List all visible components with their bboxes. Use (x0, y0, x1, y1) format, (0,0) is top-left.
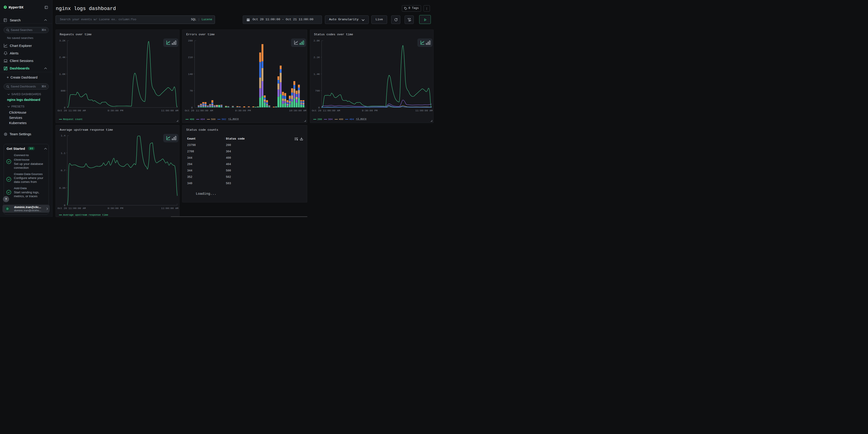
svg-text:1.4K: 1.4K (314, 73, 320, 75)
svg-text:0.35: 0.35 (59, 186, 66, 189)
svg-text:800: 800 (61, 89, 66, 92)
svg-text:9:30:00 PM: 9:30:00 PM (107, 109, 123, 112)
svg-text:Oct 20 11:00:00 AM: Oct 20 11:00:00 AM (58, 207, 86, 210)
svg-text:Oct 20 11:00:00 AM: Oct 20 11:00:00 AM (312, 109, 340, 112)
svg-text:0: 0 (191, 106, 193, 109)
svg-text:9:30:00 PM: 9:30:00 PM (235, 109, 251, 112)
svg-text:0: 0 (64, 106, 66, 109)
svg-text:11:00:00 AM: 11:00:00 AM (415, 109, 433, 112)
svg-text:280: 280 (188, 39, 193, 42)
svg-text:70: 70 (190, 89, 193, 92)
svg-text:9:30:00 PM: 9:30:00 PM (362, 109, 377, 112)
svg-text:2.8K: 2.8K (314, 39, 320, 42)
svg-text:2.1K: 2.1K (314, 56, 320, 59)
svg-text:1.4: 1.4 (61, 134, 66, 137)
svg-text:10:30:00 AM: 10:30:00 AM (289, 109, 307, 112)
svg-text:0: 0 (64, 204, 66, 207)
svg-text:11:00:00 AM: 11:00:00 AM (161, 207, 179, 210)
svg-text:210: 210 (188, 56, 193, 59)
svg-text:Oct 20 11:00:00 AM: Oct 20 11:00:00 AM (185, 109, 213, 112)
svg-text:2.4K: 2.4K (59, 56, 66, 59)
svg-text:11:00:00 AM: 11:00:00 AM (161, 109, 179, 112)
svg-text:700: 700 (315, 89, 320, 92)
svg-text:Oct 20 11:00:00 AM: Oct 20 11:00:00 AM (58, 109, 86, 112)
svg-text:9:30:00 PM: 9:30:00 PM (107, 207, 123, 210)
svg-text:140: 140 (188, 73, 193, 75)
svg-text:1.6K: 1.6K (59, 73, 66, 75)
svg-text:0: 0 (318, 106, 320, 109)
svg-text:1.1: 1.1 (61, 152, 66, 155)
svg-text:3.2K: 3.2K (59, 39, 66, 42)
svg-text:0.7: 0.7 (61, 169, 66, 172)
